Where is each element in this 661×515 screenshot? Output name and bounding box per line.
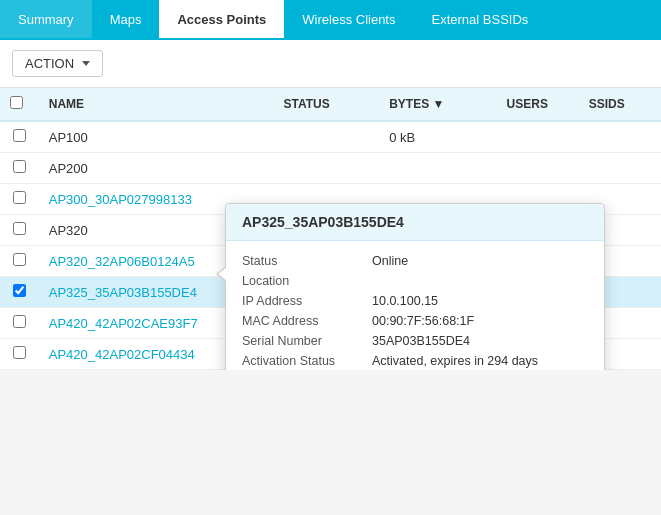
col-header-ssids: SSIDs — [579, 88, 661, 121]
tooltip-value: 10.0.100.15 — [372, 294, 438, 308]
col-header-name: NAME — [39, 88, 274, 121]
action-button[interactable]: ACTION — [12, 50, 103, 77]
table-row: AP100 0 kB — [0, 121, 661, 153]
select-all-header[interactable] — [0, 88, 39, 121]
tooltip-row-status: Status Online — [242, 251, 588, 271]
tooltip-value: 00:90:7F:56:68:1F — [372, 314, 474, 328]
row-checkbox[interactable] — [13, 129, 26, 142]
tooltip-value: Activated, expires in 294 days — [372, 354, 538, 368]
tooltip-label: Location — [242, 274, 372, 288]
action-caret-icon — [82, 61, 90, 66]
toolbar: ACTION — [0, 40, 661, 88]
tooltip-popup: AP325_35AP03B155DE4 Status Online Locati… — [225, 203, 605, 370]
tooltip-row-activation: Activation Status Activated, expires in … — [242, 351, 588, 370]
tab-wireless-clients[interactable]: Wireless Clients — [284, 0, 413, 38]
table-row: AP200 — [0, 153, 661, 184]
row-name: AP200 — [39, 153, 274, 184]
access-points-table-container: NAME STATUS BYTES ▼ USERS SSIDs AP100 0 … — [0, 88, 661, 370]
row-checkbox-cell[interactable] — [0, 121, 39, 153]
row-users — [497, 153, 579, 184]
tooltip-label: Serial Number — [242, 334, 372, 348]
tab-maps[interactable]: Maps — [92, 0, 160, 38]
row-users — [497, 121, 579, 153]
tooltip-row-serial: Serial Number 35AP03B155DE4 — [242, 331, 588, 351]
row-ssids — [579, 121, 661, 153]
row-checkbox[interactable] — [13, 191, 26, 204]
row-checkbox-cell[interactable] — [0, 215, 39, 246]
col-header-users: USERS — [497, 88, 579, 121]
row-checkbox-cell[interactable] — [0, 184, 39, 215]
row-name: AP100 — [39, 121, 274, 153]
row-ssids — [579, 153, 661, 184]
row-status — [274, 121, 380, 153]
row-checkbox[interactable] — [13, 253, 26, 266]
tooltip-value: 35AP03B155DE4 — [372, 334, 470, 348]
tooltip-row-location: Location — [242, 271, 588, 291]
tooltip-label: Status — [242, 254, 372, 268]
row-checkbox[interactable] — [13, 284, 26, 297]
row-status — [274, 153, 380, 184]
row-checkbox-cell[interactable] — [0, 153, 39, 184]
top-nav: Summary Maps Access Points Wireless Clie… — [0, 0, 661, 40]
tab-access-points[interactable]: Access Points — [159, 0, 284, 38]
row-checkbox[interactable] — [13, 315, 26, 328]
tab-external-bssids[interactable]: External BSSIDs — [413, 0, 546, 38]
row-checkbox-cell[interactable] — [0, 339, 39, 370]
row-bytes — [379, 153, 496, 184]
tooltip-value: Online — [372, 254, 408, 268]
col-header-bytes[interactable]: BYTES ▼ — [379, 88, 496, 121]
col-header-status: STATUS — [274, 88, 380, 121]
action-label: ACTION — [25, 56, 74, 71]
row-checkbox-cell[interactable] — [0, 308, 39, 339]
tooltip-arrow-icon — [216, 266, 226, 282]
row-checkbox-cell[interactable] — [0, 277, 39, 308]
tooltip-label: Activation Status — [242, 354, 372, 368]
tooltip-body: Status Online Location IP Address 10.0.1… — [226, 241, 604, 370]
tooltip-label: MAC Address — [242, 314, 372, 328]
row-checkbox-cell[interactable] — [0, 246, 39, 277]
row-checkbox[interactable] — [13, 346, 26, 359]
row-checkbox[interactable] — [13, 160, 26, 173]
select-all-checkbox[interactable] — [10, 96, 23, 109]
table-header-row: NAME STATUS BYTES ▼ USERS SSIDs — [0, 88, 661, 121]
tooltip-row-mac: MAC Address 00:90:7F:56:68:1F — [242, 311, 588, 331]
tooltip-label: IP Address — [242, 294, 372, 308]
row-bytes: 0 kB — [379, 121, 496, 153]
tooltip-title: AP325_35AP03B155DE4 — [226, 204, 604, 241]
tab-summary[interactable]: Summary — [0, 0, 92, 38]
tooltip-row-ip: IP Address 10.0.100.15 — [242, 291, 588, 311]
row-checkbox[interactable] — [13, 222, 26, 235]
